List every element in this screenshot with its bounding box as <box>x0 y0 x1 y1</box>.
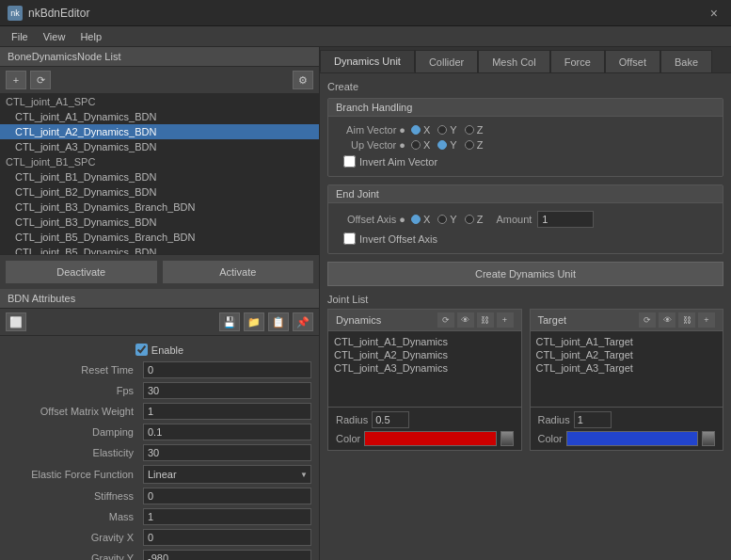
deactivate-row: Deactivate Activate <box>0 254 319 289</box>
mass-input[interactable] <box>143 508 311 525</box>
target-column: Target ⟳ 👁 ⛓ + CTL_joint_A1_Target CTL_j… <box>530 309 724 451</box>
radio-dot-y <box>437 215 447 224</box>
paste-icon[interactable]: 📌 <box>293 312 313 331</box>
aim-vector-y[interactable]: Y <box>437 124 456 136</box>
tab-collider[interactable]: Collider <box>415 50 478 72</box>
radio-dot-z <box>465 215 474 224</box>
target-color-row: Color <box>538 431 716 446</box>
stiffness-input[interactable] <box>143 488 311 504</box>
right-content: Create Branch Handling Aim Vector ● X <box>320 73 731 560</box>
dynamics-item[interactable]: CTL_joint_A1_Dynamics <box>334 335 516 348</box>
aim-vector-label: Aim Vector ● <box>340 124 405 136</box>
target-refresh-icon[interactable]: ⟳ <box>639 312 656 328</box>
list-item[interactable]: CTL_joint_B5_Dynamics_BDN <box>0 245 319 254</box>
offset-matrix-input[interactable] <box>143 403 311 420</box>
deactivate-button[interactable]: Deactivate <box>6 261 157 283</box>
bone-list-scroll[interactable]: CTL_joint_A1_SPC CTL_joint_A1_Dynamics_B… <box>0 94 319 254</box>
attr-row-elasticity: Elasticity <box>0 442 319 463</box>
up-vector-radio-group: X Y Z <box>411 139 483 151</box>
activate-button[interactable]: Activate <box>163 261 314 283</box>
attr-label-elastic-force: Elastic Force Function <box>8 469 139 480</box>
up-vector-y[interactable]: Y <box>437 139 456 151</box>
gravity-y-input[interactable] <box>143 550 311 560</box>
dynamics-link-icon[interactable]: ⛓ <box>477 312 494 328</box>
save-icon[interactable]: 💾 <box>219 312 240 331</box>
attr-row-offset-matrix: Offset Matrix Weight <box>0 401 319 422</box>
target-item[interactable]: CTL_joint_A2_Target <box>536 348 718 361</box>
frame-icon[interactable]: ⬜ <box>6 312 26 331</box>
end-joint-content: Offset Axis ● X Y <box>328 203 723 253</box>
elastic-force-select[interactable]: Linear Quadratic Cubic <box>143 465 311 484</box>
up-vector-x[interactable]: X <box>411 139 430 151</box>
tab-force[interactable]: Force <box>550 50 605 72</box>
target-add-icon[interactable]: + <box>698 312 715 328</box>
offset-axis-z[interactable]: Z <box>465 214 484 225</box>
list-item[interactable]: CTL_joint_A1_Dynamics_BDN <box>0 109 319 124</box>
target-item[interactable]: CTL_joint_A1_Target <box>536 335 718 348</box>
dynamics-add-icon[interactable]: + <box>497 312 514 328</box>
aim-vector-x[interactable]: X <box>411 124 430 136</box>
folder-icon[interactable]: 📁 <box>244 312 264 331</box>
target-item[interactable]: CTL_joint_A3_Target <box>536 361 718 375</box>
list-item[interactable]: CTL_joint_B1_Dynamics_BDN <box>0 169 319 184</box>
target-color-swatch[interactable] <box>566 431 698 446</box>
fps-input[interactable] <box>143 382 311 399</box>
offset-axis-y[interactable]: Y <box>437 214 456 225</box>
invert-offset-axis-checkbox[interactable] <box>343 232 356 245</box>
invert-aim-vector-checkbox[interactable] <box>343 155 356 168</box>
up-vector-z[interactable]: Z <box>465 139 484 151</box>
list-item[interactable]: CTL_joint_B2_Dynamics_BDN <box>0 184 319 200</box>
dynamics-eye-icon[interactable]: 👁 <box>457 312 474 328</box>
reset-time-input[interactable] <box>143 361 311 378</box>
invert-aim-vector-row: Invert Aim Vector <box>336 152 715 170</box>
list-item[interactable]: CTL_joint_B3_Dynamics_Branch_BDN <box>0 200 319 215</box>
list-item[interactable]: CTL_joint_B5_Dynamics_Branch_BDN <box>0 230 319 245</box>
target-radius-label: Radius <box>538 414 570 425</box>
list-item[interactable]: CTL_joint_B3_Dynamics_BDN <box>0 215 319 230</box>
list-item[interactable]: CTL_joint_A3_Dynamics_BDN <box>0 139 319 154</box>
menu-help[interactable]: Help <box>72 29 109 44</box>
settings-icon[interactable]: ⚙ <box>293 71 313 89</box>
list-item-selected[interactable]: CTL_joint_A2_Dynamics_BDN <box>0 124 319 139</box>
bone-list-header: BoneDynamicsNode List <box>0 47 319 67</box>
app-title: nkBdnEditor <box>28 7 89 20</box>
add-icon[interactable]: + <box>6 71 26 89</box>
dynamics-refresh-icon[interactable]: ⟳ <box>437 312 454 328</box>
refresh-icon[interactable]: ⟳ <box>30 71 51 89</box>
dynamics-radius-input[interactable] <box>372 411 409 428</box>
elasticity-input[interactable] <box>143 444 311 461</box>
dynamics-color-slider[interactable] <box>501 431 514 446</box>
dynamics-color-swatch[interactable] <box>364 431 496 446</box>
menu-view[interactable]: View <box>36 29 73 44</box>
target-color-slider[interactable] <box>702 431 715 446</box>
tab-offset[interactable]: Offset <box>605 50 660 72</box>
group-header-a1[interactable]: CTL_joint_A1_SPC <box>0 94 319 109</box>
target-radius-input[interactable] <box>574 411 612 428</box>
dynamics-item[interactable]: CTL_joint_A2_Dynamics <box>334 348 516 361</box>
amount-input[interactable] <box>537 211 594 228</box>
radio-dot-y <box>437 125 447 135</box>
target-link-icon[interactable]: ⛓ <box>678 312 695 328</box>
offset-axis-label: Offset Axis ● <box>340 214 405 225</box>
tab-bake[interactable]: Bake <box>660 50 712 72</box>
copy-icon[interactable]: 📋 <box>268 312 289 331</box>
enable-checkbox[interactable] <box>135 344 148 356</box>
close-button[interactable]: × <box>705 4 723 23</box>
offset-axis-x[interactable]: X <box>411 214 430 225</box>
menu-file[interactable]: File <box>4 29 36 44</box>
damping-input[interactable] <box>143 424 311 440</box>
group-header-b1[interactable]: CTL_joint_B1_SPC <box>0 154 319 169</box>
create-dynamics-button[interactable]: Create Dynamics Unit <box>327 262 723 286</box>
gravity-x-input[interactable] <box>143 529 311 546</box>
tab-mesh-col[interactable]: Mesh Col <box>478 50 549 72</box>
joint-columns: Dynamics ⟳ 👁 ⛓ + CTL_joint_A1_Dynamics C… <box>327 309 723 451</box>
attr-row-mass: Mass <box>0 506 319 527</box>
target-eye-icon[interactable]: 👁 <box>659 312 675 328</box>
bdn-attrs-scroll[interactable]: Enable Reset Time Fps Offset Matrix Weig… <box>0 336 319 560</box>
attr-row-gravity-y: Gravity Y <box>0 548 319 560</box>
tab-dynamics-unit[interactable]: Dynamics Unit <box>320 50 415 72</box>
aim-vector-z[interactable]: Z <box>465 124 484 136</box>
attr-label-mass: Mass <box>8 511 139 522</box>
dynamics-item[interactable]: CTL_joint_A3_Dynamics <box>334 361 516 375</box>
dynamics-col-footer: Radius Color <box>328 407 521 450</box>
